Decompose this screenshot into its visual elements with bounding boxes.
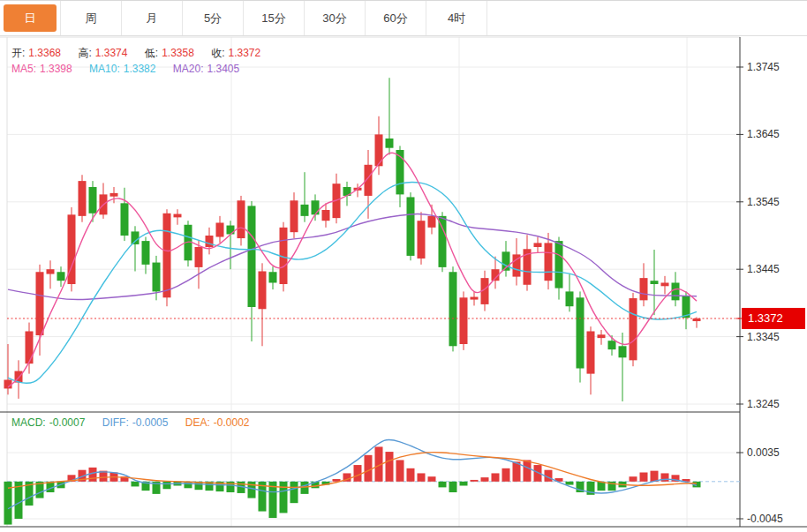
svg-text:1.3445: 1.3445 — [747, 263, 780, 275]
low-value: 1.3358 — [162, 47, 194, 59]
macd-readout: MACD:-0.0007 DIFF:-0.0005 DEA:-0.0002 — [11, 416, 263, 429]
dea-value: -0.0002 — [214, 416, 250, 429]
ohlc-readout: 开:1.3368 高:1.3374 低:1.3358 收:1.3372 — [11, 47, 275, 59]
open-value: 1.3368 — [28, 47, 61, 59]
close-value: 1.3372 — [229, 47, 261, 59]
high-value: 1.3374 — [95, 47, 128, 59]
svg-text:1.3545: 1.3545 — [747, 196, 780, 208]
diff-label: DIFF: — [102, 416, 129, 429]
dea-label: DEA: — [185, 416, 210, 429]
svg-text:1.3245: 1.3245 — [747, 398, 780, 410]
diff-value: -0.0005 — [132, 416, 169, 429]
ma5-value: 1.3398 — [40, 63, 72, 75]
ma10-label: MA10: — [89, 63, 120, 75]
open-label: 开: — [11, 47, 25, 59]
close-label: 收: — [211, 47, 224, 59]
svg-text:-0.0045: -0.0045 — [747, 513, 783, 525]
kline-chart-app: 日 周 月 5分 15分 30分 60分 4时 1.37451.36451.35… — [0, 0, 807, 532]
ma20-value: 1.3405 — [207, 63, 239, 75]
ma10-value: 1.3382 — [124, 63, 156, 75]
macd-label: MACD: — [11, 416, 46, 429]
macd-value: -0.0007 — [49, 416, 86, 429]
ma20-label: MA20: — [173, 63, 204, 75]
svg-text:1.3745: 1.3745 — [747, 61, 780, 73]
svg-text:1.3372: 1.3372 — [748, 311, 783, 325]
high-label: 高: — [78, 47, 91, 59]
ma-readout: MA5:1.3398 MA10:1.3382 MA20:1.3405 — [11, 63, 253, 75]
low-label: 低: — [145, 47, 158, 59]
svg-text:1.3345: 1.3345 — [747, 331, 780, 343]
candlestick-chart[interactable]: 1.37451.36451.35451.34451.33451.32450.00… — [0, 0, 807, 532]
svg-text:0.0035: 0.0035 — [747, 446, 780, 459]
svg-text:1.3645: 1.3645 — [747, 128, 780, 140]
ma5-label: MA5: — [11, 63, 36, 75]
